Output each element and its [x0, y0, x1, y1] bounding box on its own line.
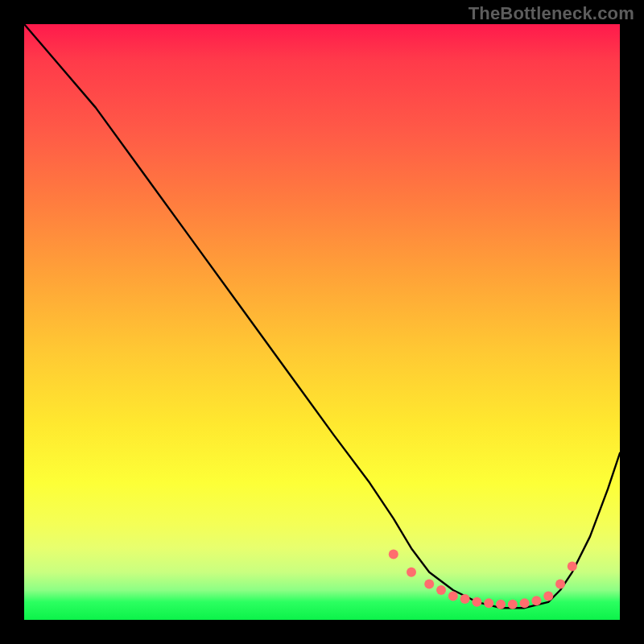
marker-point: [460, 594, 470, 604]
marker-point: [436, 585, 446, 595]
chart-svg: [24, 24, 620, 620]
marker-point: [484, 598, 493, 608]
chart-frame: TheBottleneck.com: [0, 0, 644, 644]
marker-point: [448, 591, 458, 601]
marker-point: [389, 550, 398, 559]
marker-point: [508, 600, 518, 609]
marker-point: [543, 591, 553, 601]
marker-point: [407, 568, 416, 577]
watermark-text: TheBottleneck.com: [469, 3, 634, 24]
plot-area: [24, 24, 620, 620]
highlighted-points: [389, 550, 577, 609]
marker-point: [568, 561, 577, 571]
marker-point: [520, 598, 530, 608]
marker-point: [555, 580, 565, 589]
marker-point: [531, 596, 541, 605]
marker-point: [496, 600, 506, 609]
marker-point: [424, 580, 434, 589]
marker-point: [472, 597, 481, 607]
bottleneck-curve: [24, 24, 620, 608]
